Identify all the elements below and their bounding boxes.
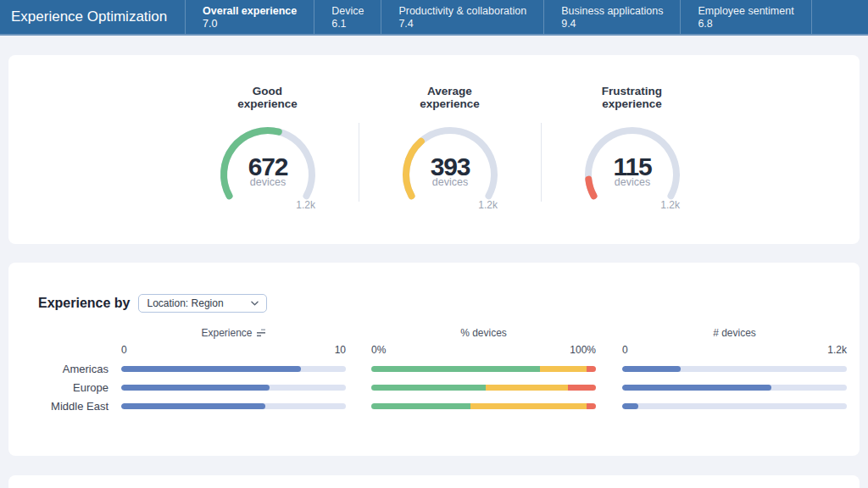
- segment-frustrating: [587, 403, 596, 409]
- axis-max: 100%: [570, 344, 596, 356]
- tab-employee-sentiment[interactable]: Employee sentiment6.8: [680, 0, 811, 34]
- axis-max: 1.2k: [827, 344, 847, 356]
- column-header-label: % devices: [460, 327, 507, 339]
- app-title: Experience Optimization: [0, 0, 185, 34]
- tab-label: Device: [331, 5, 364, 18]
- gauge-frustrating-experience: Frustratingexperience115devices1.2k: [541, 85, 723, 212]
- axis-max: 10: [335, 344, 346, 356]
- stacked-bar-americas: [371, 366, 596, 372]
- bar-cell: [371, 378, 596, 396]
- gauge-title: Goodexperience: [237, 85, 298, 110]
- gauge-average-experience: Averageexperience393devices1.2k: [359, 85, 541, 212]
- axis-labels-devices: 01.2k: [622, 341, 847, 359]
- gauge-unit: devices: [431, 176, 467, 188]
- column-header-label: # devices: [713, 327, 756, 339]
- experience-summary-card: Goodexperience672devices1.2kAverageexper…: [8, 55, 860, 244]
- row-label-europe: Europe: [8, 378, 108, 396]
- gauge-max-label: 1.2k: [478, 199, 498, 211]
- gauge-title: Frustratingexperience: [602, 85, 662, 110]
- bar-track: [121, 385, 346, 391]
- bottom-card: [8, 475, 860, 488]
- axis-labels-devices: 0%100%: [371, 341, 596, 359]
- stacked-bar-europe: [371, 385, 596, 391]
- bar-cell: [622, 378, 847, 396]
- bar-fill-americas: [622, 366, 681, 372]
- gauge-unit: devices: [249, 176, 285, 188]
- tab-label: Business applications: [561, 5, 663, 18]
- bar-fill-europe: [121, 385, 270, 391]
- experience-by-card: Experience by Location: Region Experienc…: [8, 263, 860, 456]
- tab-label: Employee sentiment: [698, 5, 793, 18]
- row-label-middle-east: Middle East: [8, 396, 108, 415]
- bar-track: [622, 385, 847, 391]
- row-label-americas: Americas: [8, 359, 108, 378]
- tab-label: Overall experience: [203, 5, 297, 18]
- bar-cell: [371, 396, 596, 415]
- gauges-row: Goodexperience672devices1.2kAverageexper…: [176, 55, 723, 212]
- experience-by-chart: Experience010% devices0%100%# devices01.…: [8, 327, 860, 415]
- gauge-max-label: 1.2k: [296, 199, 316, 211]
- tab-score: 6.8: [698, 18, 793, 30]
- bar-track: [121, 403, 346, 409]
- location-region-dropdown[interactable]: Location: Region: [138, 294, 267, 313]
- tab-score: 6.1: [331, 18, 364, 30]
- column-header-experience[interactable]: Experience: [121, 327, 346, 341]
- chevron-down-icon: [251, 301, 259, 306]
- gauge-max-label: 1.2k: [660, 199, 681, 211]
- axis-min: 0%: [371, 344, 386, 356]
- tab-score: 7.0: [203, 18, 297, 30]
- header-tabs: Overall experience7.0Device6.1Productivi…: [185, 0, 812, 34]
- tab-score: 9.4: [561, 18, 663, 30]
- gauge-arc: 393devices1.2k: [399, 122, 501, 212]
- tab-overall-experience[interactable]: Overall experience7.0: [185, 0, 314, 34]
- segment-frustrating: [587, 366, 596, 372]
- tab-device[interactable]: Device6.1: [314, 0, 381, 34]
- segment-frustrating: [568, 385, 596, 391]
- tab-productivity-collaboration[interactable]: Productivity & collaboration7.4: [381, 0, 543, 34]
- axis-min: 0: [121, 344, 127, 356]
- gauge-unit: devices: [614, 176, 649, 188]
- axis-min: 0: [622, 344, 628, 356]
- segment-good: [371, 385, 486, 391]
- bar-fill-americas: [121, 366, 301, 372]
- dropdown-value: Location: Region: [147, 297, 224, 309]
- bar-track: [622, 403, 847, 409]
- sort-icon: [257, 329, 266, 337]
- bar-fill-middle-east: [121, 403, 265, 409]
- gauge-title: Averageexperience: [420, 85, 480, 110]
- gauge-arc: 672devices1.2k: [217, 122, 319, 212]
- axis-labels-experience: 010: [121, 341, 346, 359]
- bar-cell: [121, 359, 346, 378]
- column-header-devices: # devices: [622, 327, 847, 341]
- vertical-divider: [541, 123, 542, 202]
- segment-good: [371, 366, 540, 372]
- segment-average: [540, 366, 587, 372]
- bar-cell: [121, 378, 346, 396]
- bar-fill-middle-east: [622, 403, 638, 409]
- column-header-label: Experience: [201, 327, 252, 339]
- segment-average: [486, 385, 568, 391]
- tab-score: 7.4: [398, 18, 526, 30]
- bar-track: [622, 366, 847, 372]
- gauge-arc: 115devices1.2k: [581, 122, 683, 212]
- stacked-bar-middle-east: [371, 403, 596, 409]
- column-header-devices: % devices: [371, 327, 596, 341]
- tab-label: Productivity & collaboration: [398, 5, 526, 18]
- bar-cell: [622, 359, 847, 378]
- bar-cell: [622, 396, 847, 415]
- app-header: Experience Optimization Overall experien…: [0, 0, 868, 36]
- experience-by-title: Experience by: [38, 296, 131, 311]
- vertical-divider: [359, 123, 359, 202]
- bar-track: [121, 366, 346, 372]
- segment-good: [371, 403, 470, 409]
- bar-fill-europe: [622, 385, 771, 391]
- bar-cell: [121, 396, 346, 415]
- gauge-good-experience: Goodexperience672devices1.2k: [176, 85, 359, 212]
- bar-cell: [371, 359, 596, 378]
- segment-average: [470, 403, 587, 409]
- tab-business-applications[interactable]: Business applications9.4: [543, 0, 680, 34]
